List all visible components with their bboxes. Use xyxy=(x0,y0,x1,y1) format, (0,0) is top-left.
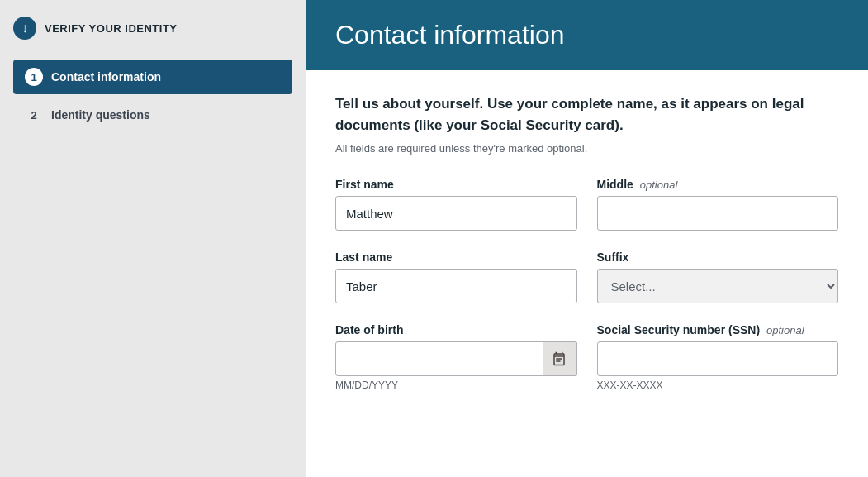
last-name-label: Last name xyxy=(335,250,577,264)
ssn-optional-label: optional xyxy=(766,324,804,336)
main-content: Contact information Tell us about yourse… xyxy=(306,0,868,477)
middle-name-input[interactable] xyxy=(597,196,839,231)
suffix-group: Suffix Select... Jr. Sr. II III IV xyxy=(597,250,839,303)
name-row: First name Middle optional xyxy=(335,178,838,231)
middle-name-group: Middle optional xyxy=(597,178,839,231)
ssn-label: Social Security number (SSN) optional xyxy=(597,323,839,336)
step-number-1: 1 xyxy=(25,68,43,86)
ssn-input[interactable] xyxy=(597,341,839,376)
suffix-label: Suffix xyxy=(597,250,839,264)
ssn-hint: XXX-XX-XXXX xyxy=(597,379,839,391)
ssn-group: Social Security number (SSN) optional XX… xyxy=(597,323,839,391)
dob-label: Date of birth xyxy=(335,323,577,336)
last-name-input[interactable] xyxy=(335,269,577,303)
middle-optional-label: optional xyxy=(640,179,678,191)
first-name-group: First name xyxy=(335,178,577,231)
middle-name-label: Middle optional xyxy=(597,178,839,191)
calendar-icon xyxy=(552,351,567,366)
first-name-label: First name xyxy=(335,178,577,191)
sidebar-step-label-identity: Identity questions xyxy=(51,108,150,122)
form-subtext: All fields are required unless they're m… xyxy=(335,142,838,155)
sidebar-title: VERIFY YOUR IDENTITY xyxy=(45,22,178,35)
sidebar: ↓ VERIFY YOUR IDENTITY 1 Contact informa… xyxy=(0,0,306,477)
page-title: Contact information xyxy=(335,20,838,50)
last-name-group: Last name xyxy=(335,250,577,303)
step-number-2: 2 xyxy=(25,106,43,124)
dob-ssn-row: Date of birth MM/DD/YYYY Social Security… xyxy=(335,323,838,391)
download-icon: ↓ xyxy=(13,17,36,40)
dob-input-wrapper xyxy=(335,341,577,376)
last-name-row: Last name Suffix Select... Jr. Sr. II II… xyxy=(335,250,838,303)
page-header: Contact information xyxy=(306,0,868,70)
sidebar-step-identity[interactable]: 2 Identity questions xyxy=(13,98,292,132)
calendar-icon-button[interactable] xyxy=(543,341,577,376)
sidebar-step-label-contact: Contact information xyxy=(51,70,161,83)
form-section: Tell us about yourself. Use your complet… xyxy=(306,70,868,434)
dob-hint: MM/DD/YYYY xyxy=(335,379,577,391)
first-name-input[interactable] xyxy=(335,196,577,231)
dob-input[interactable] xyxy=(335,341,577,376)
suffix-select[interactable]: Select... Jr. Sr. II III IV xyxy=(597,269,839,303)
sidebar-header: ↓ VERIFY YOUR IDENTITY xyxy=(13,17,292,46)
dob-group: Date of birth MM/DD/YYYY xyxy=(335,323,577,391)
sidebar-step-contact[interactable]: 1 Contact information xyxy=(13,60,292,94)
form-intro: Tell us about yourself. Use your complet… xyxy=(335,93,838,136)
